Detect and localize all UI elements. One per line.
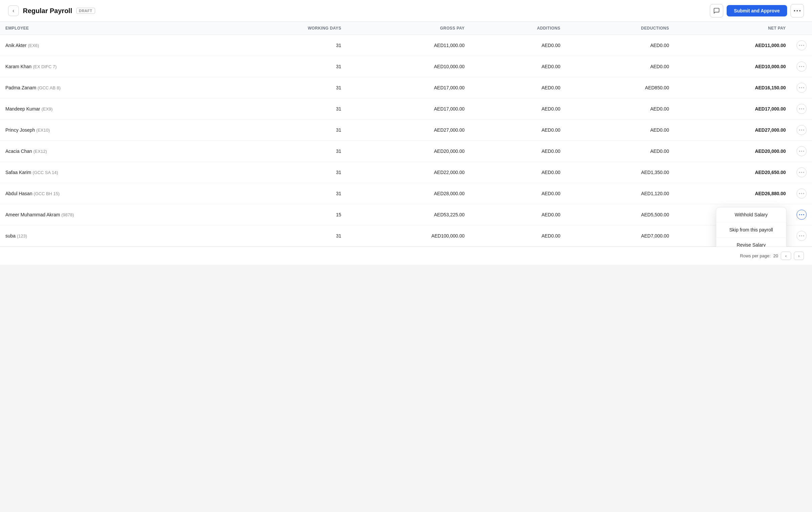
row-action-button[interactable] — [796, 83, 807, 93]
employee-name-cell: Padma Zanam (GCC AB 8) — [0, 77, 223, 98]
table-row: Karam Khan (EX DIFC 7) 31 AED10,000.00 A… — [0, 56, 812, 77]
action-cell — [791, 77, 812, 98]
action-cell — [791, 141, 812, 162]
working-days-cell: 31 — [223, 35, 347, 56]
row-action-button[interactable] — [796, 146, 807, 156]
action-cell — [791, 162, 812, 183]
col-additions: Additions — [470, 22, 566, 35]
working-days-cell: 31 — [223, 141, 347, 162]
working-days-cell: 31 — [223, 120, 347, 141]
svg-point-1 — [796, 10, 798, 11]
table-row: Padma Zanam (GCC AB 8) 31 AED17,000.00 A… — [0, 77, 812, 98]
deductions-cell: AED0.00 — [566, 35, 674, 56]
row-action-button[interactable] — [796, 61, 807, 71]
svg-point-31 — [801, 236, 802, 237]
action-cell: Withhold SalarySkip from this payrollRev… — [791, 204, 812, 225]
additions-cell: AED0.00 — [470, 120, 566, 141]
submit-approve-button[interactable]: Submit and Approve — [727, 5, 787, 17]
svg-point-16 — [801, 130, 802, 131]
gross-pay-cell: AED11,000.00 — [347, 35, 470, 56]
action-cell — [791, 225, 812, 247]
working-days-cell: 31 — [223, 77, 347, 98]
svg-point-32 — [803, 236, 804, 237]
action-cell — [791, 120, 812, 141]
employee-name-cell: Acacia Chan (EX12) — [0, 141, 223, 162]
more-options-button[interactable] — [790, 4, 804, 18]
gross-pay-cell: AED10,000.00 — [347, 56, 470, 77]
action-cell — [791, 56, 812, 77]
additions-cell: AED0.00 — [470, 56, 566, 77]
additions-cell: AED0.00 — [470, 98, 566, 120]
svg-point-22 — [801, 172, 802, 173]
row-action-button[interactable] — [796, 104, 807, 114]
working-days-cell: 31 — [223, 162, 347, 183]
net-pay-cell: AED26,880.00 — [674, 183, 791, 204]
row-action-button[interactable] — [796, 167, 807, 177]
dropdown-item[interactable]: Skip from this payroll — [716, 222, 786, 238]
additions-cell: AED0.00 — [470, 162, 566, 183]
svg-point-4 — [801, 45, 802, 46]
additions-cell: AED0.00 — [470, 77, 566, 98]
additions-cell: AED0.00 — [470, 141, 566, 162]
svg-point-24 — [799, 193, 800, 194]
working-days-cell: 31 — [223, 98, 347, 120]
dropdown-item[interactable]: Withhold Salary — [716, 207, 786, 222]
svg-point-10 — [801, 87, 802, 88]
net-pay-cell: AED27,000.00 — [674, 120, 791, 141]
payroll-table-container: Employee Working Days Gross Pay Addition… — [0, 22, 812, 247]
next-page-button[interactable]: › — [794, 252, 804, 260]
page-title: Regular Payroll — [23, 7, 72, 15]
net-pay-cell: AED17,000.00 — [674, 98, 791, 120]
net-pay-cell: AED20,000.00 — [674, 141, 791, 162]
pagination-row: Rows per page: 20 ‹ › — [0, 247, 812, 265]
prev-page-button[interactable]: ‹ — [781, 252, 791, 260]
back-button[interactable]: ‹ — [8, 5, 19, 16]
row-action-button[interactable] — [796, 40, 807, 51]
additions-cell: AED0.00 — [470, 35, 566, 56]
svg-point-20 — [803, 151, 804, 152]
employee-name-cell: Princy Joseph (EX10) — [0, 120, 223, 141]
additions-cell: AED0.00 — [470, 225, 566, 247]
table-row: Mandeep Kumar (EX9) 31 AED17,000.00 AED0… — [0, 98, 812, 120]
table-row: Princy Joseph (EX10) 31 AED27,000.00 AED… — [0, 120, 812, 141]
svg-point-19 — [801, 151, 802, 152]
employee-name-cell: suba (123) — [0, 225, 223, 247]
gross-pay-cell: AED53,225.00 — [347, 204, 470, 225]
deductions-cell: AED850.00 — [566, 77, 674, 98]
row-action-button[interactable] — [796, 231, 807, 241]
svg-point-29 — [803, 214, 804, 215]
page-header: ‹ Regular Payroll DRAFT Submit and Appro… — [0, 0, 812, 22]
net-pay-cell: AED10,000.00 — [674, 56, 791, 77]
deductions-cell: AED0.00 — [566, 56, 674, 77]
row-action-button[interactable] — [796, 188, 807, 199]
svg-point-3 — [799, 45, 800, 46]
svg-point-11 — [803, 87, 804, 88]
row-action-button[interactable] — [796, 125, 807, 135]
table-row: Abdul Hasan (GCC BH 15) 31 AED28,000.00 … — [0, 183, 812, 204]
gross-pay-cell: AED20,000.00 — [347, 141, 470, 162]
svg-point-17 — [803, 130, 804, 131]
working-days-cell: 31 — [223, 225, 347, 247]
deductions-cell: AED0.00 — [566, 141, 674, 162]
payroll-table: Employee Working Days Gross Pay Addition… — [0, 22, 812, 247]
svg-point-28 — [801, 214, 802, 215]
employee-name-cell: Abdul Hasan (GCC BH 15) — [0, 183, 223, 204]
working-days-cell: 31 — [223, 56, 347, 77]
action-dropdown-menu: Withhold SalarySkip from this payrollRev… — [716, 207, 786, 247]
dropdown-item[interactable]: Revise Salary — [716, 238, 786, 247]
row-action-button[interactable] — [796, 210, 807, 220]
deductions-cell: AED1,350.00 — [566, 162, 674, 183]
header-actions: Submit and Approve — [710, 4, 804, 18]
svg-point-0 — [794, 10, 795, 11]
svg-point-12 — [799, 109, 800, 110]
net-pay-cell: AED16,150.00 — [674, 77, 791, 98]
gross-pay-cell: AED17,000.00 — [347, 98, 470, 120]
chat-button[interactable] — [710, 4, 723, 18]
table-row: Ameer Muhammad Akram (9878) 15 AED53,225… — [0, 204, 812, 225]
table-row: Acacia Chan (EX12) 31 AED20,000.00 AED0.… — [0, 141, 812, 162]
employee-name-cell: Ameer Muhammad Akram (9878) — [0, 204, 223, 225]
svg-point-6 — [799, 66, 800, 67]
deductions-cell: AED1,120.00 — [566, 183, 674, 204]
net-pay-cell: AED20,650.00 — [674, 162, 791, 183]
svg-point-8 — [803, 66, 804, 67]
